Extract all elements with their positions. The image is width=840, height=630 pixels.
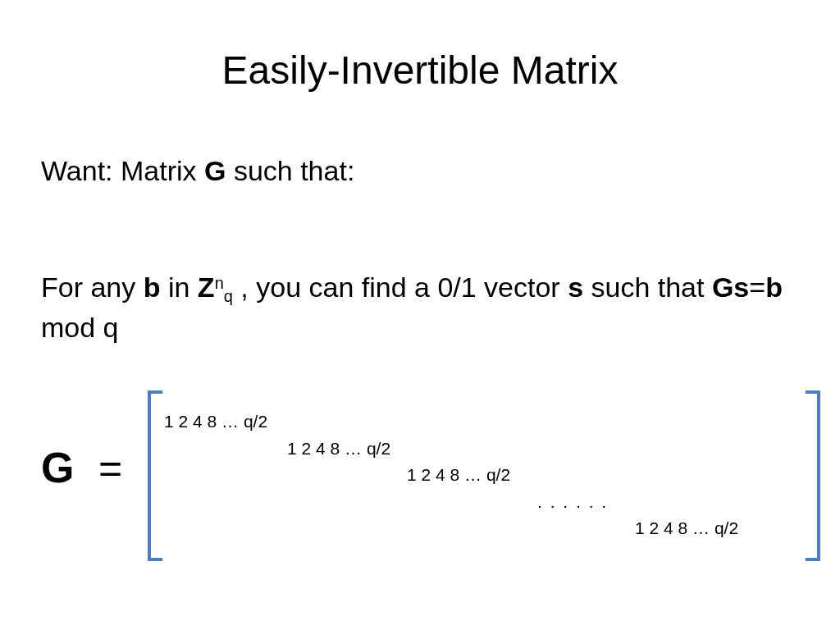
- superscript-n: n: [215, 274, 224, 292]
- text-p1: For any: [41, 272, 144, 303]
- matrix-content: 1 2 4 8 … q/2 1 2 4 8 … q/2 1 2 4 8 … q/…: [164, 409, 804, 542]
- matrix-row-1: 1 2 4 8 … q/2: [164, 409, 804, 436]
- symbol-G-large: G: [41, 443, 74, 492]
- text-p2: in: [161, 272, 198, 303]
- text-suffix: such that:: [226, 155, 354, 186]
- slide: Easily-Invertible Matrix Want: Matrix G …: [0, 0, 840, 630]
- matrix-row-dots: . . . . . .: [164, 489, 804, 516]
- text-p3: , you can find a 0/1 vector: [233, 272, 568, 303]
- equals-large: =: [98, 445, 122, 492]
- text-p5: mod q: [41, 312, 119, 343]
- equals-sign: =: [749, 272, 765, 303]
- want-line: Want: Matrix G such that:: [41, 153, 354, 190]
- left-bracket-icon: [148, 390, 162, 561]
- symbol-Gs: Gs: [712, 272, 749, 303]
- matrix-row-3: 1 2 4 8 … q/2: [164, 462, 804, 489]
- symbol-b: b: [144, 272, 161, 303]
- subscript-q: q: [224, 287, 233, 305]
- symbol-G: G: [204, 155, 226, 186]
- symbol-Z: Z: [198, 272, 215, 303]
- matrix-row-5: 1 2 4 8 … q/2: [164, 515, 804, 542]
- text-p4: such that: [583, 272, 712, 303]
- slide-title: Easily-Invertible Matrix: [0, 48, 840, 93]
- text-prefix: Want: Matrix: [41, 155, 204, 186]
- right-bracket-icon: [806, 390, 820, 561]
- condition-line: For any b in Znq , you can find a 0/1 ve…: [41, 269, 796, 347]
- matrix-row-2: 1 2 4 8 … q/2: [164, 436, 804, 463]
- symbol-s: s: [568, 272, 583, 303]
- symbol-b2: b: [765, 272, 783, 303]
- matrix-definition: G = 1 2 4 8 … q/2 1 2 4 8 … q/2 1 2 4 8 …: [41, 394, 812, 574]
